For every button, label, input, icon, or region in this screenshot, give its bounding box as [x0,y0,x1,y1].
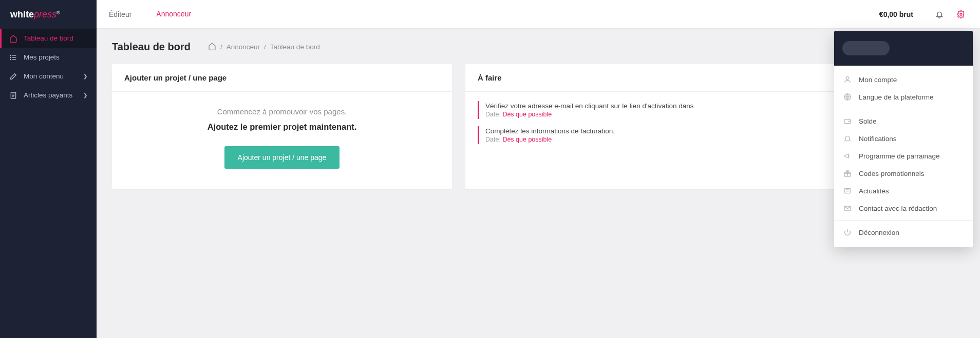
dd-item-news[interactable]: Actualités [834,182,973,200]
home-icon [9,34,17,43]
dd-label: Contact avec la rédaction [859,205,937,205]
svg-point-13 [960,13,962,15]
breadcrumb-current: Tableau de bord [270,43,320,51]
todo-date-label: Date: [485,136,501,143]
settings-icon[interactable] [951,5,971,24]
role-tabs: Éditeur Annonceur [97,0,203,28]
page-title: Tableau de bord [112,41,191,53]
panel-title: Ajouter un projet / une page [112,64,452,92]
chevron-right-icon: ❯ [83,92,87,98]
todo-date-label: Date: [485,111,501,118]
panel-subtext: Commencez à promouvoir vos pages. [124,107,440,116]
dd-label: Notifications [859,135,897,143]
edit-icon [9,72,17,81]
panel-maintext: Ajoutez le premier projet maintenant. [124,122,440,132]
news-icon [843,187,853,195]
tab-label: Éditeur [109,10,131,18]
chevron-right-icon: ❯ [83,73,87,79]
dd-item-balance[interactable]: Solde [834,112,973,130]
logo-text-white: white [10,9,34,19]
sidebar-item-label: Mon contenu [24,72,64,80]
bell-icon [843,134,853,143]
add-project-button[interactable]: Ajouter un projet / une page [224,146,340,169]
tab-advertiser[interactable]: Annonceur [144,0,203,28]
logo-registered: ® [56,10,60,15]
logo[interactable]: whitepress® [0,0,97,29]
globe-icon [843,93,853,101]
sidebar-item-dashboard[interactable]: Tableau de bord [0,29,97,48]
balance-display[interactable]: €0,00 brut [879,10,913,18]
breadcrumb-home-icon[interactable] [208,42,216,52]
breadcrumb: / Annonceur / Tableau de bord [208,42,320,52]
sidebar-item-label: Tableau de bord [24,34,73,42]
sidebar-item-label: Mes projets [24,53,60,61]
dd-item-referral[interactable]: Programme de parrainage [834,147,973,165]
svg-point-6 [10,55,11,55]
tab-editor[interactable]: Éditeur [97,0,144,28]
megaphone-icon [843,152,853,160]
dd-item-contact[interactable]: Contact avec la rédaction [834,200,973,205]
dd-item-promo[interactable]: Codes promotionnels [834,165,973,182]
user-pill[interactable] [842,41,890,55]
mail-icon [843,204,853,205]
sidebar: whitepress® Tableau de bord Mes projets … [0,0,97,205]
dd-label: Mon compte [859,76,897,84]
logo-text-press: press [34,9,56,19]
sidebar-collapse-icon[interactable] [78,10,86,19]
dd-label: Actualités [859,187,889,195]
dd-item-language[interactable]: Langue de la plateforme [834,88,973,106]
wallet-icon [843,117,853,125]
svg-point-17 [849,121,850,122]
todo-date-value: Dès que possible [502,136,552,143]
todo-date-value: Dès que possible [502,111,552,118]
top-header: Éditeur Annonceur €0,00 brut [97,0,980,29]
dd-label: Programme de parrainage [859,152,940,160]
sidebar-item-paid-articles[interactable]: Articles payants ❯ [0,86,97,105]
dropdown-separator [834,109,973,109]
dropdown-header [834,31,973,66]
user-icon [843,75,853,84]
sidebar-item-projects[interactable]: Mes projets [0,48,97,67]
breadcrumb-sep: / [264,43,266,51]
dd-label: Langue de la plateforme [859,93,934,101]
sidebar-item-label: Articles payants [24,91,72,99]
list-icon [9,53,17,62]
gift-icon [843,169,853,177]
svg-point-8 [10,59,11,59]
dd-label: Solde [859,117,877,125]
notifications-icon[interactable] [930,5,949,24]
settings-dropdown: Mon compte Langue de la plateforme Solde… [834,31,973,205]
dd-label: Codes promotionnels [859,170,925,177]
breadcrumb-section[interactable]: Annonceur [227,43,260,51]
tab-label: Annonceur [156,10,191,18]
breadcrumb-sep: / [220,43,222,51]
dd-item-account[interactable]: Mon compte [834,71,973,88]
panel-add-project: Ajouter un projet / une page Commencez à… [112,64,452,189]
dd-item-notifications[interactable]: Notifications [834,130,973,147]
svg-point-7 [10,57,11,57]
svg-point-14 [846,77,849,79]
sidebar-item-content[interactable]: Mon contenu ❯ [0,67,97,86]
document-icon [9,91,17,100]
